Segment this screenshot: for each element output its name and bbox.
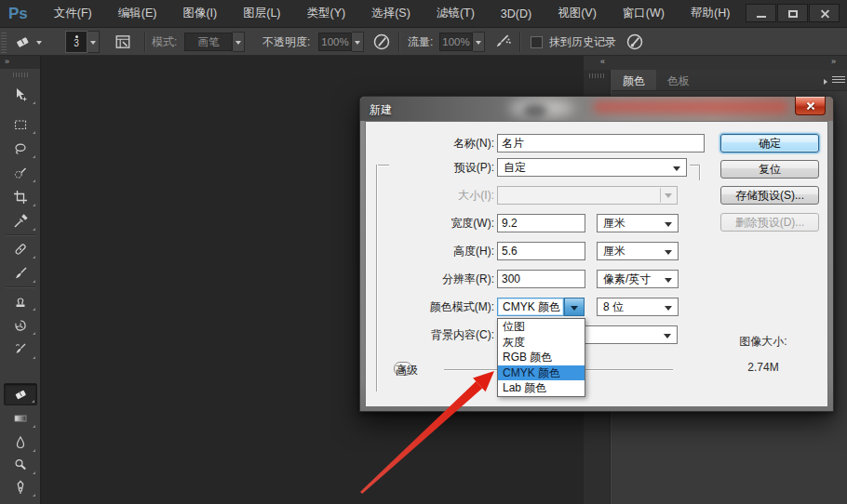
collapse-panels-icon[interactable]: «	[600, 57, 605, 66]
save-preset-button[interactable]: 存储预设(S)...	[720, 186, 819, 205]
opacity-value: 100%	[318, 33, 352, 51]
group-outline	[699, 165, 701, 180]
menu-bar: Ps 文件(F) 编辑(E) 图像(I) 图层(L) 类型(Y) 选择(S) 滤…	[0, 0, 847, 28]
bit-depth-select[interactable]: 8 位	[597, 298, 679, 316]
opacity-select[interactable]: 100%	[318, 32, 364, 52]
pressure-size-button[interactable]	[625, 32, 644, 52]
chevron-down-icon	[664, 334, 671, 342]
name-input[interactable]	[497, 134, 705, 153]
tool-dodge[interactable]	[4, 454, 37, 476]
menu-window[interactable]: 窗口(W)	[610, 0, 678, 28]
airbrush-button[interactable]	[493, 32, 512, 52]
erase-to-history-checkbox[interactable]	[531, 36, 543, 48]
photoshop-window: Ps 文件(F) 编辑(E) 图像(I) 图层(L) 类型(Y) 选择(S) 滤…	[0, 0, 847, 504]
preset-select[interactable]: 自定	[497, 158, 687, 177]
height-unit-select[interactable]: 厘米	[597, 242, 679, 260]
close-window-button[interactable]	[809, 4, 840, 22]
tool-crop[interactable]	[4, 186, 37, 208]
dialog-close-button[interactable]	[795, 97, 826, 115]
tool-brush[interactable]	[4, 262, 37, 285]
tool-gradient[interactable]	[4, 407, 37, 430]
image-size-label: 图像大小:	[703, 334, 824, 350]
tool-spot-healing-brush[interactable]	[4, 238, 37, 260]
maximize-icon	[788, 10, 798, 18]
maximize-button[interactable]	[777, 4, 808, 22]
minimize-button[interactable]	[746, 4, 776, 22]
tool-rectangular-marquee[interactable]	[4, 113, 37, 136]
tab-color[interactable]: 颜色	[612, 70, 656, 90]
list-item-cmyk[interactable]: CMYK 颜色	[498, 365, 585, 381]
list-item-grayscale[interactable]: 灰度	[498, 335, 585, 351]
width-unit-select[interactable]: 厘米	[597, 214, 679, 232]
tool-pen[interactable]	[4, 476, 37, 498]
menu-view[interactable]: 视图(V)	[544, 0, 610, 28]
resolution-input[interactable]	[497, 270, 585, 288]
preset-value: 自定	[504, 161, 526, 174]
marquee-tool-icon	[13, 117, 28, 132]
ok-button[interactable]: 确定	[720, 134, 819, 153]
size-select	[497, 186, 678, 205]
menu-select[interactable]: 选择(S)	[358, 0, 424, 28]
list-item-rgb[interactable]: RGB 颜色	[498, 350, 585, 365]
eraser-preset-button[interactable]	[13, 32, 42, 52]
mode-select[interactable]: 画笔	[184, 32, 245, 52]
tool-eyedropper[interactable]	[4, 210, 37, 232]
menu-filter[interactable]: 滤镜(T)	[424, 0, 488, 28]
chevron-down-icon	[665, 306, 672, 314]
opacity-dropdown-button[interactable]	[352, 32, 364, 52]
color-mode-dropdown-button[interactable]	[564, 298, 585, 316]
erase-to-history-control[interactable]: 抹到历史记录	[531, 32, 616, 52]
glass-reflection	[593, 100, 788, 113]
toolbar-grip[interactable]	[13, 73, 28, 77]
menu-3d[interactable]: 3D(D)	[488, 1, 544, 27]
resolution-unit-select[interactable]: 像素/英寸	[597, 270, 679, 288]
height-input[interactable]	[497, 242, 585, 260]
list-item-bitmap[interactable]: 位图	[498, 319, 585, 335]
menu-edit[interactable]: 编辑(E)	[105, 0, 170, 28]
mode-dropdown-button[interactable]	[233, 32, 245, 52]
panel-menu-icon[interactable]	[832, 76, 845, 85]
menu-image[interactable]: 图像(I)	[169, 0, 230, 28]
tool-type[interactable]	[4, 500, 37, 504]
dialog-body: 名称(N): 确定 预设(P): 自定 复位 大小(I): 存储预设(S)...…	[365, 121, 828, 407]
expand-panels-icon[interactable]: »	[831, 57, 836, 66]
delete-preset-button: 删除预设(D)...	[720, 213, 819, 232]
eyedropper-tool-icon	[13, 214, 28, 229]
mode-control: 模式:	[152, 32, 177, 52]
tool-move[interactable]	[4, 84, 37, 106]
list-item-lab[interactable]: Lab 颜色	[498, 380, 585, 396]
tool-history-brush[interactable]	[4, 314, 37, 337]
tool-eraser[interactable]	[4, 383, 37, 405]
reset-button[interactable]: 复位	[720, 160, 819, 179]
tool-clone-stamp[interactable]	[4, 290, 37, 312]
brush-size-dropdown-button[interactable]	[87, 31, 100, 53]
new-document-dialog: 新建 名称(N): 确定 预设(P): 自定 复位 大小(I):	[359, 96, 834, 412]
strip-grip[interactable]	[589, 73, 605, 78]
menu-layer[interactable]: 图层(L)	[230, 0, 293, 28]
menu-help[interactable]: 帮助(H)	[678, 0, 743, 28]
flow-select[interactable]: 100%	[439, 32, 485, 52]
pressure-opacity-button[interactable]	[372, 32, 391, 52]
menu-file[interactable]: 文件(F)	[41, 0, 105, 28]
dialog-titlebar[interactable]: 新建	[360, 97, 833, 121]
tool-lasso[interactable]	[4, 138, 37, 160]
separator	[398, 32, 399, 52]
minimize-icon	[757, 16, 766, 18]
crop-tool-icon	[13, 190, 28, 205]
toolbar-collapse-button[interactable]: »	[0, 56, 40, 69]
brush-size-picker[interactable]: 3	[65, 32, 100, 52]
menu-type[interactable]: 类型(Y)	[294, 0, 359, 28]
chevron-down-icon	[665, 193, 672, 202]
bit-depth-value: 8 位	[603, 300, 624, 313]
tab-swatches[interactable]: 色板	[656, 70, 701, 90]
color-mode-select[interactable]: CMYK 颜色	[497, 298, 585, 316]
options-grip[interactable]	[1, 31, 7, 53]
toggle-brush-panel-button[interactable]	[114, 32, 132, 52]
image-size-value: 2.74M	[703, 361, 824, 374]
tool-history-brush-2[interactable]	[4, 338, 37, 361]
flow-dropdown-button[interactable]	[473, 32, 485, 52]
width-input[interactable]	[497, 214, 585, 232]
tablet-pressure-icon	[372, 33, 391, 51]
tool-quick-selection[interactable]	[4, 162, 37, 184]
tool-blur[interactable]	[4, 431, 37, 454]
